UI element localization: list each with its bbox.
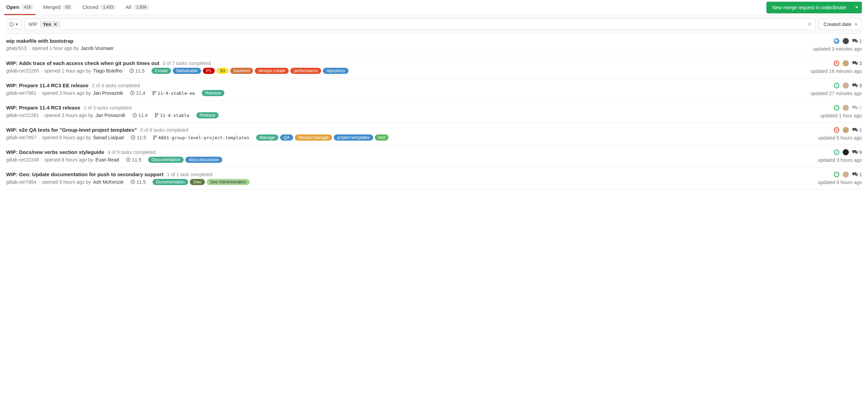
label[interactable]: Documentation (148, 157, 184, 163)
tab-all-label: All (126, 4, 131, 10)
comments-count[interactable]: 3 (852, 83, 862, 88)
label[interactable]: Documentation (153, 179, 188, 185)
pipeline-failed-icon[interactable]: ✕ (834, 61, 839, 66)
label[interactable]: QA (280, 134, 293, 141)
pipeline-failed-icon[interactable]: ✕ (834, 127, 839, 133)
milestone[interactable]: 11.4 (132, 113, 148, 118)
tab-all[interactable]: All 1,934 (126, 0, 149, 15)
merge-request-row: WIP: e2e QA tests for "Group-level proje… (6, 123, 862, 145)
opened-text: opened 8 hours ago by (44, 157, 93, 162)
label[interactable]: backend (230, 68, 253, 74)
milestone[interactable]: 11.5 (130, 179, 146, 185)
label[interactable]: repository (323, 68, 348, 74)
milestone[interactable]: 11.5 (129, 68, 145, 74)
mr-reference[interactable]: gitlab-ce!22261 (6, 113, 39, 118)
mr-reference[interactable]: gitlab-ee!7854 (6, 179, 37, 185)
updated-at: updated 3 minutes ago (813, 46, 862, 52)
filter-search-input[interactable]: WIP Yes ✕ ✕ (25, 18, 816, 30)
milestone[interactable]: 11.5 (131, 135, 146, 140)
label[interactable]: docs:discussion (185, 157, 222, 163)
mr-title-link[interactable]: WIP: Geo: Update documentation for push … (6, 171, 163, 177)
sort-label: Created date (824, 22, 851, 27)
branch[interactable]: 11-4-stable (155, 113, 189, 118)
author-link[interactable]: Sanad Liaquat (93, 135, 124, 140)
mr-reference[interactable]: gitlab-ee!7857 (6, 135, 37, 140)
task-status: 1 of 1 task completed (167, 172, 212, 177)
mr-title-link[interactable]: WIP: Prepare 11.4 RC3 release (6, 105, 80, 110)
opened-text: opened 6 hours ago by (42, 135, 91, 140)
author-link[interactable]: Ash McKenzie (93, 179, 123, 185)
remove-filter-icon[interactable]: ✕ (53, 22, 57, 27)
branch-icon (153, 135, 157, 140)
author-link[interactable]: Jan Provaznik (93, 90, 123, 96)
assignee-avatar[interactable] (843, 38, 849, 44)
history-icon (9, 22, 14, 27)
mr-title-link[interactable]: WIP: e2e QA tests for "Group-level proje… (6, 127, 137, 133)
comments-count[interactable]: 1 (852, 38, 862, 44)
tab-merged-count: 83 (63, 4, 73, 10)
svg-point-12 (154, 139, 155, 140)
label[interactable]: performance (290, 68, 321, 74)
tab-open[interactable]: Open 418 (6, 0, 34, 15)
updated-at: updated 6 hours ago (818, 135, 862, 141)
label[interactable]: S3 (216, 68, 228, 74)
label[interactable]: test (375, 134, 389, 141)
search-history-button[interactable] (6, 20, 21, 29)
label[interactable]: Create (152, 68, 171, 74)
assignee-avatar[interactable] (843, 105, 849, 111)
tab-open-count: 418 (21, 4, 34, 10)
milestone-icon (131, 135, 135, 140)
label[interactable]: P1 (203, 68, 215, 74)
pipeline-passed-icon[interactable]: ✓ (834, 83, 839, 88)
assignee-avatar[interactable] (843, 127, 849, 133)
pipeline-passed-icon[interactable]: ✓ (834, 105, 839, 110)
label[interactable]: Geo (190, 179, 205, 185)
comments-count[interactable]: 3 (852, 61, 862, 66)
assignee-avatar[interactable] (843, 82, 849, 89)
merge-request-list: wip makefile with bootstrap gitaly!913 ·… (6, 34, 862, 190)
pipeline-passed-icon[interactable]: ✓ (834, 150, 839, 155)
pipeline-passed-icon[interactable]: ✓ (834, 172, 839, 177)
label[interactable]: Deliverable (173, 68, 201, 74)
milestone[interactable]: 11.4 (130, 90, 145, 96)
mr-reference[interactable]: gitlab-ce!22265 (6, 68, 39, 74)
branch[interactable]: 6861-group-level-project-templates (153, 135, 249, 140)
milestone[interactable]: 11.5 (126, 157, 141, 162)
label[interactable]: Geo Administration (207, 179, 250, 185)
comments-count[interactable]: 1 (852, 172, 862, 177)
comments-count[interactable]: 1 (852, 127, 862, 133)
branch[interactable]: 11-4-stable-ee (152, 91, 195, 96)
mr-reference[interactable]: gitaly!913 (6, 46, 27, 51)
label[interactable]: devops:create (255, 68, 289, 74)
mr-title-link[interactable]: WIP: Prepare 11.4 RC3 EE release (6, 82, 89, 88)
tab-closed[interactable]: Closed 1,433 (82, 0, 116, 15)
label[interactable]: Manage (256, 134, 278, 141)
tab-merged[interactable]: Merged 83 (43, 0, 73, 15)
mr-reference[interactable]: gitlab-ce!22249 (6, 157, 39, 162)
assignee-avatar[interactable] (843, 171, 849, 178)
mr-title-link[interactable]: WIP: Docs/new verbs section styleguide (6, 149, 104, 155)
sort-dropdown[interactable]: Created date (819, 19, 862, 30)
mr-reference[interactable]: gitlab-ee!7861 (6, 90, 37, 96)
comments-count[interactable]: 9 (852, 150, 862, 155)
clear-search-icon[interactable]: ✕ (807, 21, 812, 28)
new-merge-request-button[interactable]: New merge request in codeclimate (766, 2, 852, 13)
label[interactable]: project templates (334, 134, 373, 141)
author-link[interactable]: Evan Read (95, 157, 119, 162)
comments-count[interactable]: 0 (852, 105, 862, 110)
author-link[interactable]: Jacob Vosmaer (81, 46, 114, 51)
author-link[interactable]: Jan Provaznik (95, 113, 126, 118)
caret-down-icon (855, 24, 857, 25)
mr-title-link[interactable]: wip makefile with bootstrap (6, 38, 74, 44)
pipeline-running-icon[interactable] (834, 38, 839, 44)
assignee-avatar[interactable] (843, 60, 849, 66)
assignee-avatar[interactable] (843, 149, 849, 155)
mr-title-link[interactable]: WIP: Adds trace of each access check whe… (6, 60, 159, 66)
label[interactable]: Release (196, 112, 219, 118)
label[interactable]: devops:manage (295, 134, 332, 141)
milestone-icon (129, 68, 134, 73)
filter-value-chip[interactable]: Yes ✕ (40, 21, 60, 28)
label[interactable]: Release (202, 90, 224, 96)
new-merge-request-dropdown[interactable] (852, 2, 862, 13)
author-link[interactable]: Tiago Botelho (93, 68, 122, 74)
